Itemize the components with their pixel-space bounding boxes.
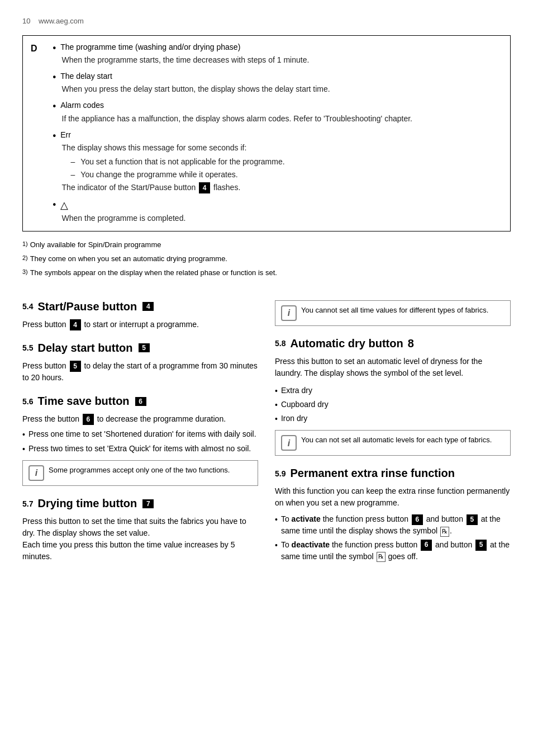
- bullet-dot: •: [53, 42, 56, 53]
- section-56-badge: 6: [135, 397, 146, 406]
- page-number: 10: [22, 17, 30, 25]
- section-56-num: 5.6: [22, 397, 33, 406]
- bullet-item-2: Press two times to set 'Extra Quick' for…: [22, 443, 258, 455]
- section-55-badge: 5: [139, 343, 150, 352]
- bullet-dot: •: [53, 199, 56, 210]
- page-header: 10 www.aeg.com: [22, 17, 511, 25]
- info-icon: i: [28, 465, 44, 481]
- section-56-text2: to decrease the programme duration.: [97, 414, 226, 423]
- section-58-body: Press this button to set an automatic le…: [275, 356, 511, 379]
- info-text: You cannot set all time values for diffe…: [301, 305, 488, 316]
- deactivate-item: To deactivate the function press button …: [275, 539, 511, 562]
- table-d-label: D: [23, 36, 47, 231]
- section-54-num: 5.4: [22, 302, 33, 311]
- section-54-info-box: i You cannot set all time values for dif…: [275, 300, 511, 326]
- rinse-symbol-2: ℞: [377, 552, 386, 562]
- footnote-text: Only available for Spin/Drain programme: [30, 239, 161, 252]
- bullet-dot: •: [53, 101, 56, 111]
- err-extra-text: The indicator of the Start/Pause button: [62, 183, 198, 192]
- section-54-body: Press button 4 to start or interrupt a p…: [22, 319, 258, 330]
- table-item-complete: • △: [53, 199, 501, 211]
- section-58-title: Automatic dry button: [290, 337, 403, 350]
- badge-5-activate: 5: [467, 514, 478, 525]
- table-d-content: • The programme time (washing and/or dry…: [47, 36, 510, 231]
- table-item-alarm-codes: • Alarm codes: [53, 101, 501, 111]
- left-column: 5.4 Start/Pause button 4 Press button 4 …: [22, 289, 258, 568]
- table-item-delay-start: • The delay start: [53, 72, 501, 82]
- bullet-item-cupboard-dry: Cupboard dry: [275, 399, 511, 410]
- section-54-badge: 4: [142, 302, 154, 311]
- item-description: The display shows this message for some …: [62, 142, 501, 193]
- footnote-text: They come on when you set an automatic d…: [30, 253, 227, 266]
- section-57-title: Drying time button: [37, 497, 137, 510]
- deactivate-label: deactivate: [292, 540, 330, 549]
- section-57-heading: 5.7 Drying time button 7: [22, 497, 258, 510]
- bullet-item-1: Press one time to set 'Shortened duratio…: [22, 428, 258, 440]
- complete-symbol: △: [60, 199, 68, 211]
- item-description: When the programme is completed.: [62, 212, 501, 224]
- section-59-intro: With this function you can keep the extr…: [275, 485, 511, 509]
- item-title: Alarm codes: [60, 101, 104, 110]
- website-url: www.aeg.com: [39, 17, 84, 25]
- footnote-text: The symbols appear on the display when t…: [30, 267, 277, 280]
- bullet-item-iron-dry: Iron dry: [275, 413, 511, 424]
- info-text: Some programmes accept only one of the t…: [49, 465, 230, 476]
- footnote-3: 3) The symbols appear on the display whe…: [22, 267, 511, 280]
- table-item-programme-time: • The programme time (washing and/or dry…: [53, 42, 501, 53]
- item-title: The programme time (washing and/or dryin…: [60, 42, 240, 51]
- section-58-badge: 8: [408, 337, 414, 350]
- section-56-heading: 5.6 Time save button 6: [22, 395, 258, 408]
- section-59-num: 5.9: [275, 469, 285, 478]
- info-icon: i: [281, 305, 297, 321]
- section-55-title: Delay start button: [37, 342, 132, 355]
- section-54-text1: Press button: [22, 320, 66, 329]
- section-56-bullet-list: Press one time to set 'Shortened duratio…: [22, 428, 258, 455]
- section-54-heading: 5.4 Start/Pause button 4: [22, 300, 258, 313]
- activate-label: activate: [292, 514, 321, 523]
- footnote-num: 3): [22, 267, 28, 280]
- section-54-title: Start/Pause button: [37, 300, 137, 313]
- section-56-body: Press the button 6 to decrease the progr…: [22, 413, 258, 455]
- section-54-text2: to start or interrupt a programme.: [84, 320, 198, 329]
- section-58-bullet-list: Extra dry Cupboard dry Iron dry: [275, 385, 511, 425]
- section-58-num: 5.8: [275, 339, 285, 348]
- two-col-layout: 5.4 Start/Pause button 4 Press button 4 …: [22, 289, 511, 568]
- table-item-err: • Err: [53, 130, 501, 141]
- footnotes-section: 1) Only available for Spin/Drain program…: [22, 239, 511, 280]
- info-text: You can not set all automatic levels for…: [301, 435, 492, 446]
- err-sub-list: – You set a function that is not applica…: [71, 156, 501, 181]
- bullet-dot: •: [53, 130, 56, 141]
- section-56-title: Time save button: [37, 395, 129, 408]
- badge-6-activate: 6: [412, 514, 423, 525]
- section-56-info-box: i Some programmes accept only one of the…: [22, 460, 258, 486]
- err-extra-text2: flashes.: [213, 183, 240, 192]
- err-sub-item-2: – You change the programme while it oper…: [71, 169, 501, 181]
- activate-item: To activate the function press button 6 …: [275, 513, 511, 536]
- section-59-title: Permanent extra rinse function: [290, 467, 455, 480]
- err-sub-item-1: – You set a function that is not applica…: [71, 156, 501, 168]
- section-58-info-box: i You can not set all automatic levels f…: [275, 430, 511, 456]
- section-57-num: 5.7: [22, 499, 33, 508]
- page: 10 www.aeg.com D • The programme time (w…: [0, 0, 533, 756]
- badge-4: 4: [199, 182, 210, 193]
- footnote-1: 1) Only available for Spin/Drain program…: [22, 239, 511, 252]
- footnote-2: 2) They come on when you set an automati…: [22, 253, 511, 266]
- item-title: The delay start: [60, 72, 112, 81]
- item-description: If the appliance has a malfunction, the …: [62, 113, 501, 125]
- item-description: When the programme starts, the time decr…: [62, 54, 501, 66]
- info-icon: i: [281, 435, 297, 451]
- section-54-badge2: 4: [70, 319, 81, 330]
- section-55-text1: Press button: [22, 361, 66, 370]
- section-59-actions: To activate the function press button 6 …: [275, 513, 511, 562]
- footnote-num: 2): [22, 253, 28, 266]
- item-description: When you press the delay start button, t…: [62, 83, 501, 95]
- rinse-symbol: ℞: [440, 527, 449, 537]
- section-56-text1: Press the button: [22, 414, 79, 423]
- table-d-section: D • The programme time (washing and/or d…: [22, 35, 511, 231]
- footnote-num: 1): [22, 239, 28, 252]
- badge-5-deactivate: 5: [475, 540, 487, 550]
- section-55-body: Press button 5 to delay the start of a p…: [22, 360, 258, 384]
- section-56-badge2: 6: [83, 414, 94, 425]
- right-column: i You cannot set all time values for dif…: [275, 289, 511, 568]
- section-55-heading: 5.5 Delay start button 5: [22, 342, 258, 355]
